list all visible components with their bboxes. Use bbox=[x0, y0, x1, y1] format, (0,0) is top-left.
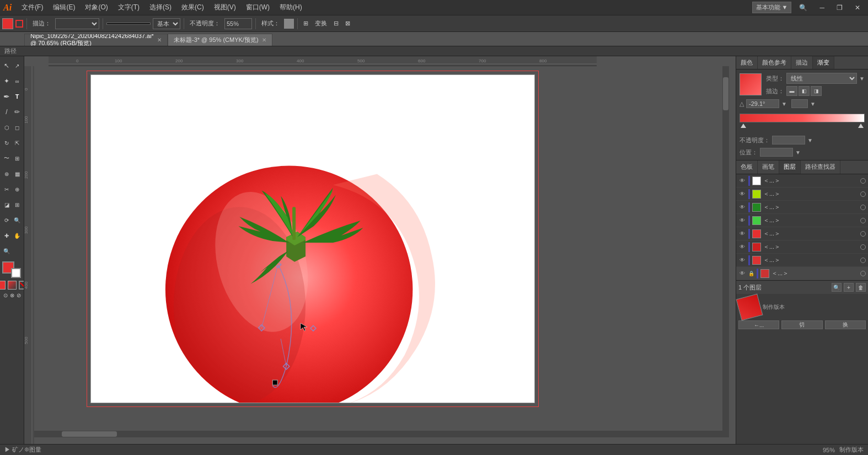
warp-tool[interactable]: 〜 bbox=[2, 151, 12, 165]
opacity-dropdown[interactable]: ▼ bbox=[807, 137, 813, 143]
color-ref-tab[interactable]: 颜色参考 bbox=[758, 56, 791, 69]
menu-effect[interactable]: 效果(C) bbox=[177, 2, 208, 13]
gradient-bar[interactable] bbox=[740, 114, 865, 122]
layer-6-eye[interactable]: 👁 bbox=[738, 243, 746, 251]
fg-bg-colors[interactable] bbox=[2, 261, 22, 278]
pencil-tool[interactable]: ✏ bbox=[12, 105, 22, 119]
layer-search-btn[interactable]: 🔍 bbox=[832, 283, 842, 292]
layer-item-3[interactable]: 👁 ＜...＞ bbox=[736, 201, 868, 214]
eyedropper-tool[interactable]: 🔍 bbox=[12, 213, 22, 227]
opacity-panel-input[interactable] bbox=[772, 136, 805, 144]
direct-selection-tool[interactable]: ↗ bbox=[12, 58, 22, 73]
free-transform-tool[interactable]: ⊞ bbox=[12, 151, 22, 165]
swatch-tab[interactable]: 色板 bbox=[736, 160, 758, 174]
measure-tool[interactable]: ✚ bbox=[2, 228, 12, 243]
layer-item-6[interactable]: 👁 ＜...＞ bbox=[736, 240, 868, 254]
tab-2[interactable]: 未标题-3* @ 95% (CMYK/预览) ✕ bbox=[168, 34, 272, 46]
menu-text[interactable]: 文字(T) bbox=[114, 2, 144, 13]
stroke-type-2[interactable]: ◧ bbox=[799, 86, 810, 96]
menu-file[interactable]: 文件(F) bbox=[17, 2, 47, 13]
layer-item-5[interactable]: 👁 ＜...＞ bbox=[736, 227, 868, 240]
style-swatch[interactable] bbox=[284, 19, 294, 29]
layer-delete-btn[interactable]: 🗑 bbox=[856, 283, 866, 292]
lasso-tool[interactable]: ∞ bbox=[12, 74, 22, 88]
artboard[interactable] bbox=[90, 74, 535, 403]
tab-1-close[interactable]: ✕ bbox=[157, 37, 162, 43]
menu-view[interactable]: 视图(V) bbox=[210, 2, 240, 13]
layer-item-2[interactable]: 👁 ＜...＞ bbox=[736, 188, 868, 201]
gradient-type-select[interactable]: 线性 bbox=[786, 73, 857, 84]
stroke-color-swatch[interactable] bbox=[15, 20, 23, 28]
symbol-tool[interactable]: ⊛ bbox=[2, 167, 12, 181]
bottom-btn-2[interactable]: 切 bbox=[781, 320, 822, 329]
fill-color-swatch[interactable] bbox=[2, 18, 13, 29]
menu-help[interactable]: 帮助(H) bbox=[275, 2, 307, 13]
mesh-tool[interactable]: ⊞ bbox=[12, 197, 22, 212]
scale-tool[interactable]: ⇱ bbox=[12, 136, 22, 150]
stroke-dropdown[interactable] bbox=[55, 18, 99, 29]
layer-8-lock[interactable]: 🔒 bbox=[748, 271, 754, 276]
window-close[interactable]: ✕ bbox=[850, 3, 865, 13]
layer-5-eye[interactable]: 👁 bbox=[738, 230, 746, 238]
layer-8-eye[interactable]: 👁 bbox=[738, 270, 746, 277]
canvas-area[interactable] bbox=[34, 66, 729, 437]
chart-tool[interactable]: ▦ bbox=[12, 167, 22, 181]
hscrollbar-thumb[interactable] bbox=[62, 431, 117, 437]
stroke-type-3[interactable]: ◨ bbox=[811, 86, 822, 96]
gradient-options-btn[interactable]: ▼ bbox=[859, 76, 865, 82]
layer-item-7[interactable]: 👁 ＜...＞ bbox=[736, 254, 868, 267]
pathfinder-tab[interactable]: 路径查找器 bbox=[801, 160, 840, 174]
layer-add-btn[interactable]: + bbox=[844, 283, 854, 292]
stroke-tab[interactable]: 描边 bbox=[791, 56, 813, 69]
search-btn[interactable]: 🔍 bbox=[795, 3, 812, 13]
rotate-tool[interactable]: ↻ bbox=[2, 136, 12, 150]
layer-2-eye[interactable]: 👁 bbox=[738, 190, 746, 198]
angle-dropdown[interactable]: ▼ bbox=[781, 101, 787, 107]
line-style-dropdown[interactable]: 基本 bbox=[153, 18, 180, 29]
layer-1-eye[interactable]: 👁 bbox=[738, 177, 746, 185]
type-tool[interactable]: T bbox=[12, 89, 22, 104]
angle-val-dropdown[interactable]: ▼ bbox=[810, 101, 816, 107]
blend-tool[interactable]: ⟳ bbox=[2, 213, 12, 227]
brush-tab[interactable]: 画笔 bbox=[758, 160, 779, 174]
layer-item-8[interactable]: 👁 🔒 ＜...＞ bbox=[736, 267, 868, 280]
opacity-input[interactable] bbox=[224, 18, 252, 29]
gradient-tool[interactable]: ◪ bbox=[2, 197, 12, 212]
position-input[interactable] bbox=[760, 148, 793, 157]
layer-4-eye[interactable]: 👁 bbox=[738, 217, 746, 224]
gradient-tab[interactable]: 渐变 bbox=[813, 56, 834, 69]
line-tool[interactable]: / bbox=[2, 105, 12, 119]
none-mode-icon[interactable] bbox=[19, 281, 25, 290]
screen-mode-btn[interactable]: ⊘ bbox=[17, 292, 21, 298]
stroke-type-1[interactable]: ▬ bbox=[786, 86, 797, 96]
horizontal-scrollbar[interactable] bbox=[34, 431, 722, 437]
scrollbar-thumb[interactable] bbox=[723, 77, 728, 110]
color-mode-icon[interactable] bbox=[0, 281, 6, 290]
layer-7-eye[interactable]: 👁 bbox=[738, 256, 746, 264]
bottom-swatch-1[interactable] bbox=[736, 294, 763, 321]
background-color[interactable] bbox=[11, 268, 21, 278]
hand-tool[interactable]: ✋ bbox=[12, 228, 22, 243]
eraser-tool[interactable]: ◻ bbox=[12, 120, 22, 135]
menu-edit[interactable]: 编辑(E) bbox=[49, 2, 79, 13]
position-dropdown[interactable]: ▼ bbox=[795, 149, 801, 156]
extra-tool[interactable] bbox=[12, 244, 22, 258]
layer-item-4[interactable]: 👁 ＜...＞ bbox=[736, 214, 868, 227]
tab-2-close[interactable]: ✕ bbox=[262, 37, 266, 43]
angle-input[interactable] bbox=[746, 99, 779, 108]
gradient-mode-icon[interactable] bbox=[8, 281, 17, 290]
selection-tool[interactable]: ↖ bbox=[2, 58, 12, 73]
window-minimize[interactable]: ─ bbox=[815, 3, 829, 13]
magic-wand-tool[interactable]: ✦ bbox=[2, 74, 12, 88]
align-icon[interactable]: ⊟ bbox=[331, 19, 341, 28]
zoom-tool[interactable]: 🔍 bbox=[2, 244, 12, 258]
shape-builder-tool[interactable]: ⬡ bbox=[2, 120, 12, 135]
drawing-mode-btn[interactable]: ⊗ bbox=[10, 292, 14, 298]
gradient-stop-left[interactable] bbox=[741, 124, 746, 128]
gradient-stop-right[interactable] bbox=[858, 124, 864, 128]
art-tool[interactable]: ⊕ bbox=[12, 182, 22, 196]
vertical-scrollbar[interactable] bbox=[722, 66, 729, 437]
menu-select[interactable]: 选择(S) bbox=[145, 2, 176, 13]
slice-tool[interactable]: ✂ bbox=[2, 182, 12, 196]
window-restore[interactable]: ❐ bbox=[832, 3, 847, 13]
